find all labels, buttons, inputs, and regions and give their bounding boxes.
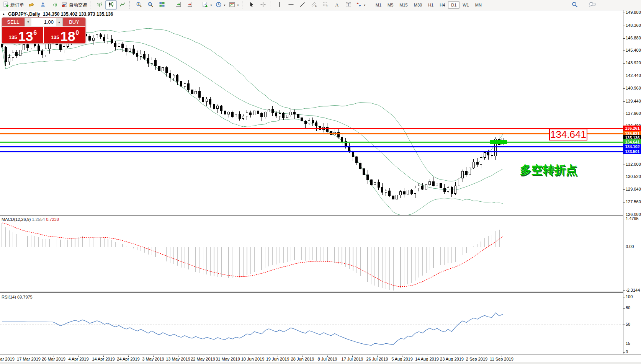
text-label-button[interactable]: T: [343, 0, 354, 10]
toolbar-separator: [169, 1, 171, 9]
candlestick-chart-button[interactable]: [105, 0, 117, 10]
turning-point-note[interactable]: 多空转折点: [513, 162, 584, 178]
volume-input[interactable]: 1.00: [31, 18, 56, 26]
candle: [418, 183, 420, 191]
price-tag-136.261: 136.261: [623, 126, 641, 131]
price-tag-133.501: 133.501: [623, 149, 641, 154]
chevron-down-icon[interactable]: ▼: [363, 4, 366, 7]
candle: [465, 167, 467, 177]
buy-price-button[interactable]: 135 18 0: [44, 27, 85, 43]
equidistant-channel-button[interactable]: E: [308, 0, 320, 10]
price-axis[interactable]: 149.880148.360146.880145.400143.920142.4…: [623, 10, 641, 354]
candle: [23, 43, 25, 52]
timeframe-d1-button[interactable]: D1: [448, 1, 459, 9]
candle: [253, 109, 255, 116]
chevron-down-icon[interactable]: ▼: [237, 4, 239, 7]
candle: [294, 109, 296, 119]
timeframe-m30-button[interactable]: M30: [411, 1, 425, 9]
svg-text:A: A: [335, 2, 339, 7]
timeframe-m1-button[interactable]: M1: [373, 1, 384, 9]
macd-rsi-separator[interactable]: [0, 292, 641, 293]
candle: [92, 35, 94, 45]
symbol-period-label: GBPJPY-,Daily: [8, 11, 40, 17]
community-button[interactable]: [37, 0, 49, 10]
fibonacci-button[interactable]: F: [320, 0, 331, 10]
text-button[interactable]: A: [331, 0, 343, 10]
rsi-axis-label: 100: [626, 294, 633, 299]
date-label: 28 Jun 2019: [291, 357, 314, 361]
ohlc-values: 134.350 135.402 133.973 135.136: [43, 11, 113, 17]
timeframe-m15-button[interactable]: M15: [396, 1, 410, 9]
cursor-button[interactable]: [246, 0, 257, 10]
search-button[interactable]: [569, 0, 580, 10]
rsi-panel[interactable]: [0, 293, 623, 354]
timeframe-w1-button[interactable]: W1: [459, 1, 472, 9]
macd-signal-line: [2, 223, 503, 287]
candle: [363, 167, 365, 177]
axis-tick: [623, 51, 625, 51]
price-tick-label: 149.880: [626, 10, 641, 15]
candle: [191, 87, 193, 96]
vertical-line-button[interactable]: [274, 0, 285, 10]
candle: [341, 134, 343, 145]
rsi-line: [2, 313, 503, 345]
auto-scroll-button[interactable]: [173, 0, 184, 10]
candle: [246, 110, 248, 120]
buy-price-sup: 0: [75, 29, 79, 36]
search-icon: [571, 1, 578, 9]
date-axis[interactable]: 7 Mar 201917 Mar 201926 Mar 20194 Apr 20…: [0, 356, 641, 362]
new-order-button[interactable]: 新订单: [2, 0, 26, 10]
chart-macd-separator[interactable]: [0, 215, 641, 216]
zoomout-icon: [147, 2, 154, 9]
sell-price-button[interactable]: 135 13 6: [2, 27, 43, 43]
chart-shift-button[interactable]: [184, 0, 196, 10]
chat-button[interactable]: [587, 0, 598, 10]
date-label: 14 Apr 2019: [92, 357, 114, 361]
collapse-panel-button[interactable]: ▲: [2, 12, 5, 16]
horizontal-line-button[interactable]: [285, 0, 297, 10]
templates-button[interactable]: ▼: [227, 0, 241, 10]
signals-button[interactable]: [49, 0, 60, 10]
timeframe-h1-button[interactable]: H1: [425, 1, 437, 9]
buy-button[interactable]: BUY: [63, 18, 85, 26]
candle: [59, 42, 61, 52]
periods-button[interactable]: ▼: [214, 0, 227, 10]
timeframe-m5-button[interactable]: M5: [384, 1, 396, 9]
price-callout-134641[interactable]: 134.641: [549, 129, 587, 140]
candle: [19, 47, 21, 60]
sell-button[interactable]: SELL: [2, 18, 25, 26]
candle: [425, 181, 427, 193]
trendline-button[interactable]: [297, 0, 308, 10]
highlight-box[interactable]: [490, 140, 507, 144]
axis-tick: [623, 177, 625, 177]
bollinger-mid-band: [2, 41, 503, 190]
timeframe-h4-button[interactable]: H4: [437, 1, 448, 9]
axis-tick: [623, 114, 625, 114]
zoom-in-button[interactable]: [133, 0, 145, 10]
indicators-button[interactable]: ▼: [201, 0, 214, 10]
auto-trading-button[interactable]: 自动交易: [60, 0, 89, 10]
bollinger-lo-band: [2, 47, 503, 215]
shapes-icon: [356, 2, 362, 9]
volume-increase-button[interactable]: ▲: [56, 18, 62, 26]
date-label: 14 Aug 2019: [415, 357, 439, 361]
timeframe-mn-button[interactable]: MN: [472, 1, 485, 9]
candle: [323, 123, 325, 133]
bar-chart-button[interactable]: [94, 0, 105, 10]
chevron-down-icon[interactable]: ▼: [223, 4, 226, 7]
market-button[interactable]: [26, 0, 37, 10]
signal-icon: [51, 2, 57, 9]
macd-panel[interactable]: [0, 216, 623, 292]
chevron-down-icon[interactable]: ▼: [210, 4, 213, 7]
crosshair-button[interactable]: [257, 0, 269, 10]
textA-icon: A: [334, 2, 340, 9]
line-chart-button[interactable]: [117, 0, 128, 10]
candle: [312, 118, 314, 126]
arrows-button[interactable]: ▼: [354, 0, 368, 10]
zoom-out-button[interactable]: [145, 0, 156, 10]
candle: [136, 51, 138, 60]
person-icon: [40, 2, 46, 9]
main-chart[interactable]: [0, 10, 623, 215]
volume-decrease-button[interactable]: ▼: [25, 18, 31, 26]
tile-windows-button[interactable]: [156, 0, 168, 10]
